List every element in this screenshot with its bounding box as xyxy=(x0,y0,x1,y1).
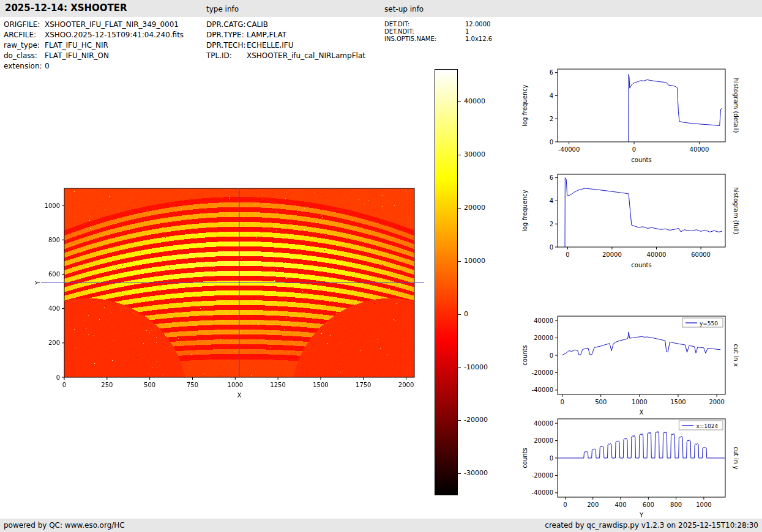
colorbar-tick xyxy=(458,368,461,368)
colorbar-tick xyxy=(458,261,461,262)
info-label: ORIGFILE: xyxy=(4,20,45,30)
svg-text:1500: 1500 xyxy=(670,399,685,405)
svg-text:-40000: -40000 xyxy=(532,386,553,393)
info-value: 12.0000 xyxy=(465,21,490,28)
svg-text:cut in y: cut in y xyxy=(733,446,739,469)
colorbar-tick xyxy=(458,208,461,209)
raw-frame-plot: 0250500750100012501500175020000200400600… xyxy=(24,183,441,405)
svg-text:500: 500 xyxy=(595,399,607,405)
info-row: ORIGFILE:XSHOOTER_IFU_FLAT_NIR_349_0001 xyxy=(4,20,184,30)
footer-created: created by qc_rawdisp.py v1.2.3 on 2025-… xyxy=(545,519,758,532)
info-value: 0 xyxy=(45,61,50,72)
setup-info-block: DET.DIT:12.0000 DET.NDIT:1 INS.OPTI5.NAM… xyxy=(384,21,492,43)
qc-rawdisp-report: 2025-12-14: XSHOOTER type info set-up in… xyxy=(0,0,762,532)
svg-text:250: 250 xyxy=(101,382,113,388)
svg-text:counts: counts xyxy=(631,157,651,163)
svg-text:400: 400 xyxy=(614,501,626,508)
header-bar: 2025-12-14: XSHOOTER type info set-up in… xyxy=(0,0,762,17)
footer-bar: powered by QC: www.eso.org/HC created by… xyxy=(0,519,762,532)
svg-text:0: 0 xyxy=(62,382,66,388)
colorbar-tick xyxy=(458,314,461,315)
footer-powered: powered by QC: www.eso.org/HC xyxy=(4,519,125,532)
svg-text:1000: 1000 xyxy=(632,399,647,405)
svg-text:0: 0 xyxy=(560,399,564,405)
svg-text:20000: 20000 xyxy=(534,334,553,341)
info-value: 1.0x12.6 xyxy=(465,35,492,43)
svg-text:800: 800 xyxy=(670,501,682,508)
info-value: ECHELLE,IFU xyxy=(247,40,294,51)
svg-text:1750: 1750 xyxy=(356,382,371,388)
svg-text:0: 0 xyxy=(566,251,569,258)
info-label: DPR.TYPE: xyxy=(206,30,247,40)
svg-text:600: 600 xyxy=(643,501,654,508)
info-label: do_class: xyxy=(4,51,45,61)
svg-text:1500: 1500 xyxy=(313,382,328,388)
svg-text:1250: 1250 xyxy=(270,382,285,388)
info-label: TPL.ID: xyxy=(206,51,247,61)
info-row: DET.NDIT:1 xyxy=(384,28,492,35)
info-value: 1 xyxy=(465,28,469,35)
info-label: raw_type: xyxy=(4,40,45,51)
svg-text:2: 2 xyxy=(550,221,553,227)
colorbar-tick-label: 0 xyxy=(464,310,468,318)
info-label: DPR.TECH: xyxy=(206,40,247,51)
svg-text:500: 500 xyxy=(144,382,155,388)
info-row: do_class:FLAT_IFU_NIR_ON xyxy=(4,51,184,61)
svg-text:2000: 2000 xyxy=(398,382,414,388)
histogram-full-plot: 02000040000600000246countslog frequencyh… xyxy=(514,169,748,275)
colorbar-tick xyxy=(458,420,461,421)
svg-text:0: 0 xyxy=(550,244,553,251)
svg-text:-20000: -20000 xyxy=(532,369,553,376)
type-info-heading: type info xyxy=(206,5,239,13)
info-value: XSHOO.2025-12-15T09:41:04.240.fits xyxy=(45,30,184,40)
file-info-block: ORIGFILE:XSHOOTER_IFU_FLAT_NIR_349_0001 … xyxy=(4,20,184,72)
svg-text:-40000: -40000 xyxy=(532,489,553,496)
page-title: 2025-12-14: XSHOOTER xyxy=(5,2,127,13)
info-label: INS.OPTI5.NAME: xyxy=(384,35,465,43)
svg-text:1000: 1000 xyxy=(45,202,60,209)
info-label: DET.DIT: xyxy=(384,21,465,28)
info-row: DPR.CATG:CALIB xyxy=(206,20,365,30)
svg-text:400: 400 xyxy=(48,305,60,312)
cut-in-y-plot: 02004006008001000-40000-2000002000040000… xyxy=(514,414,748,520)
svg-text:200: 200 xyxy=(587,501,599,508)
info-row: DPR.TECH:ECHELLE,IFU xyxy=(206,40,365,51)
colorbar-tick-label: 40000 xyxy=(464,97,485,105)
svg-text:200: 200 xyxy=(48,339,60,346)
svg-text:6: 6 xyxy=(550,69,553,76)
info-value: FLAT_IFU_HC_NIR xyxy=(45,40,108,51)
info-row: raw_type:FLAT_IFU_HC_NIR xyxy=(4,40,184,51)
info-row: INS.OPTI5.NAME:1.0x12.6 xyxy=(384,35,492,43)
svg-text:Y: Y xyxy=(34,281,41,286)
svg-text:X: X xyxy=(237,392,242,399)
colorbar-tick-label: -30000 xyxy=(464,469,488,477)
svg-text:counts: counts xyxy=(521,345,528,365)
svg-text:20000: 20000 xyxy=(602,251,622,258)
svg-text:log frequency: log frequency xyxy=(521,190,528,232)
svg-text:histogram (full): histogram (full) xyxy=(733,187,739,234)
colorbar-tick-label: 10000 xyxy=(464,257,485,265)
cut_x-axes: 0500100015002000-40000-2000002000040000X… xyxy=(514,311,748,418)
histogram-detail-plot: -400000400000246countslog frequencyhisto… xyxy=(514,64,748,169)
svg-text:4: 4 xyxy=(550,92,553,99)
svg-text:20000: 20000 xyxy=(534,437,553,444)
info-value: CALIB xyxy=(247,20,268,30)
info-value: FLAT_IFU_NIR_ON xyxy=(45,51,109,61)
svg-text:Y: Y xyxy=(639,512,644,519)
colorbar-tick-label: -10000 xyxy=(464,363,488,371)
info-label: ARCFILE: xyxy=(4,30,45,40)
info-row: DPR.TYPE:LAMP,FLAT xyxy=(206,30,365,40)
svg-text:0: 0 xyxy=(56,374,60,381)
info-row: DET.DIT:12.0000 xyxy=(384,21,492,28)
svg-text:600: 600 xyxy=(48,271,60,278)
svg-text:-40000: -40000 xyxy=(558,146,580,153)
svg-text:log frequency: log frequency xyxy=(521,84,528,127)
svg-text:0: 0 xyxy=(550,352,553,359)
svg-text:40000: 40000 xyxy=(690,146,709,153)
colorbar-tick-label: 20000 xyxy=(464,204,485,212)
svg-text:histogram (detail): histogram (detail) xyxy=(733,78,739,133)
svg-text:60000: 60000 xyxy=(691,251,711,258)
cut-in-x-plot: 0500100015002000-40000-2000002000040000X… xyxy=(514,311,748,418)
footer-qc-link[interactable]: www.eso.org/HC xyxy=(65,521,125,530)
svg-text:x=1024: x=1024 xyxy=(696,423,718,429)
